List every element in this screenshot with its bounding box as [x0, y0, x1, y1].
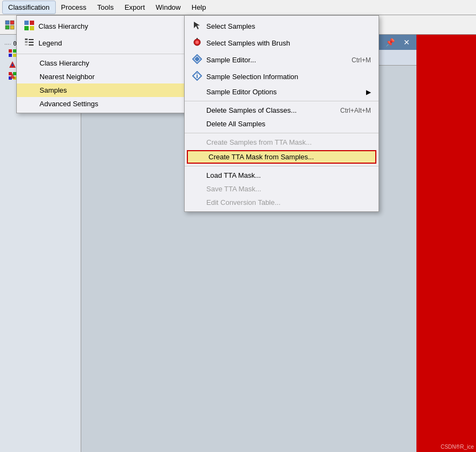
svg-marker-59: [194, 22, 200, 29]
submenu-select-brush-label: Select Samples with Brush: [206, 39, 290, 47]
svg-rect-36: [9, 49, 12, 53]
menu-tools[interactable]: Tools: [92, 1, 119, 14]
menu-export[interactable]: Export: [119, 1, 151, 14]
submenu-create-tta-label: Create TTA Mask from Samples...: [208, 153, 314, 161]
svg-rect-38: [9, 54, 12, 57]
submenu-load-tta[interactable]: Load TTA Mask...: [185, 169, 379, 182]
tree-icon-1: ····: [4, 41, 11, 47]
menu-classification[interactable]: Classification: [2, 1, 56, 14]
submenu-sample-info-label: Sample Selection Information: [206, 73, 298, 81]
toolbar-btn-class-hierarchy[interactable]: [2, 17, 17, 33]
submenu-delete-all-label: Delete All Samples: [206, 120, 265, 128]
sample-editor-icon: [192, 54, 202, 66]
tree-icon-4: [9, 72, 16, 81]
svg-rect-42: [9, 72, 12, 75]
submenu-editor-shortcut: Ctrl+M: [351, 56, 371, 64]
submenu-save-tta: Save TTA Mask...: [185, 182, 379, 196]
submenu-sample-editor-options[interactable]: Sample Editor Options ▶: [185, 85, 379, 99]
submenu-delete-classes-label: Delete Samples of Classes...: [206, 106, 297, 114]
dropdown-legend-label: Legend: [38, 39, 62, 47]
submenu-sample-selection-info[interactable]: Sample Selection Information: [185, 68, 379, 85]
grid-icon: [24, 21, 34, 32]
submenu-create-from-tta: Create Samples from TTA Mask...: [185, 135, 379, 149]
dropdown-class-hierarchy-icon[interactable]: Class Hierarchy: [17, 18, 200, 35]
svg-rect-48: [30, 21, 34, 25]
submenu-delete-all-samples[interactable]: Delete All Samples: [185, 117, 379, 131]
svg-rect-47: [24, 21, 29, 25]
sample-info-icon: [192, 71, 202, 82]
dropdown-class-hierarchy-sub-label: Class Hierarchy: [40, 59, 89, 67]
legend-icon: [24, 37, 34, 49]
svg-rect-0: [5, 21, 9, 24]
svg-point-61: [195, 41, 199, 44]
svg-rect-2: [5, 25, 9, 29]
svg-rect-3: [10, 25, 14, 29]
svg-rect-58: [29, 44, 34, 46]
tree-icon-3: [9, 61, 16, 70]
svg-rect-50: [30, 26, 34, 30]
menu-window[interactable]: Window: [151, 1, 186, 14]
dropdown-class-hierarchy-sub[interactable]: Class Hierarchy ▶: [17, 56, 200, 70]
dropdown-nearest-neighbor-label: Nearest Neighbor: [40, 73, 95, 81]
close-icon[interactable]: ✕: [401, 37, 412, 48]
submenu-edit-conversion: Edit Conversion Table...: [185, 196, 379, 209]
samples-submenu: Select Samples Select Samples with Brush…: [184, 15, 379, 212]
dropdown-legend[interactable]: Legend: [17, 35, 200, 51]
submenu-arrow-1: ▶: [366, 88, 371, 96]
svg-rect-56: [29, 39, 34, 40]
svg-rect-53: [25, 38, 28, 40]
dropdown-samples-label: Samples: [40, 86, 67, 94]
submenu-delete-samples-classes[interactable]: Delete Samples of Classes... Ctrl+Alt+M: [185, 104, 379, 117]
submenu-sep-3: [185, 166, 379, 166]
right-panel: [416, 35, 476, 452]
svg-rect-54: [25, 41, 28, 43]
dropdown-advanced-settings[interactable]: Advanced Settings ▶: [17, 97, 200, 111]
submenu-delete-classes-shortcut: Ctrl+Alt+M: [340, 107, 371, 114]
svg-rect-55: [25, 44, 28, 46]
svg-rect-1: [10, 21, 14, 24]
submenu-create-from-tta-label: Create Samples from TTA Mask...: [206, 138, 312, 146]
menu-process[interactable]: Process: [56, 1, 92, 14]
submenu-sep-2: [185, 133, 379, 133]
submenu-select-samples-label: Select Samples: [206, 22, 255, 30]
dropdown-sep-1: [17, 54, 200, 54]
submenu-select-samples-brush[interactable]: Select Samples with Brush: [185, 35, 379, 51]
tree-icon-2: [9, 49, 16, 59]
watermark: CSDN®R_ice: [441, 444, 474, 450]
submenu-create-tta-mask[interactable]: Create TTA Mask from Samples...: [187, 150, 376, 164]
submenu-sample-editor[interactable]: Sample Editor... Ctrl+M: [185, 51, 379, 68]
menu-bar: Classification Process Tools Export Wind…: [0, 0, 476, 15]
submenu-load-tta-label: Load TTA Mask...: [206, 171, 261, 179]
submenu-editor-options-label: Sample Editor Options: [206, 88, 277, 96]
pin-icon[interactable]: 📌: [383, 37, 397, 48]
svg-rect-57: [29, 42, 34, 43]
submenu-edit-conversion-label: Edit Conversion Table...: [206, 198, 281, 206]
svg-point-67: [197, 73, 198, 74]
dropdown-samples[interactable]: Samples ▶: [17, 83, 200, 97]
submenu-save-tta-label: Save TTA Mask...: [206, 185, 261, 193]
submenu-sep-1: [185, 101, 379, 101]
svg-rect-49: [24, 26, 29, 30]
select-samples-icon: [192, 21, 202, 32]
classification-dropdown: Class Hierarchy Legend Class Hierarchy ▶…: [16, 15, 200, 113]
dropdown-advanced-settings-label: Advanced Settings: [40, 100, 98, 108]
menu-help[interactable]: Help: [186, 1, 212, 14]
submenu-sample-editor-label: Sample Editor...: [206, 56, 256, 64]
dropdown-class-hierarchy-icon-label: Class Hierarchy: [38, 22, 88, 30]
select-brush-icon: [192, 37, 202, 49]
dropdown-nearest-neighbor[interactable]: Nearest Neighbor ▶: [17, 70, 200, 83]
submenu-select-samples[interactable]: Select Samples: [185, 18, 379, 35]
